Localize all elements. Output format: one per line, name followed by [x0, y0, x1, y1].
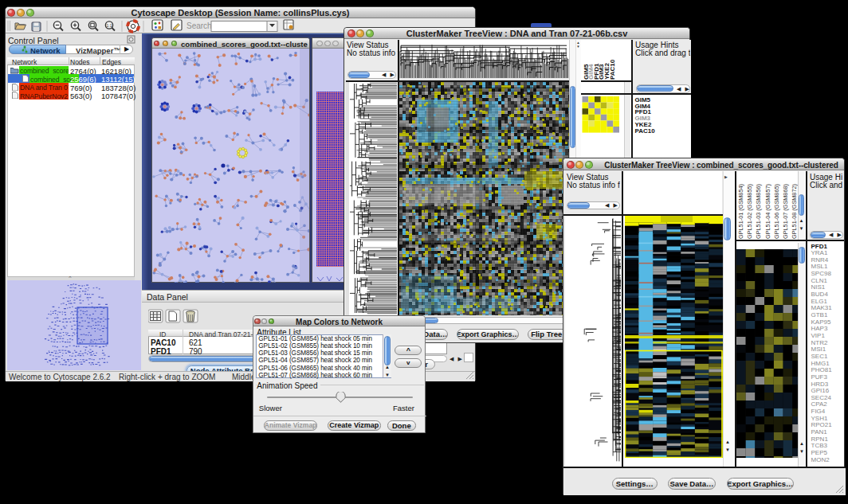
svg-text:GPL51-01 (GSM854): GPL51-01 (GSM854)	[737, 184, 744, 239]
svg-text:GPL51-04 (GSM857): GPL51-04 (GSM857)	[764, 184, 771, 239]
svg-text:Search:: Search:	[186, 21, 214, 30]
svg-text:GPL51-06 (GSM865): GPL51-06 (GSM865)	[773, 184, 780, 239]
svg-text:GPL51-03 (GSM856): GPL51-03 (GSM856)	[755, 184, 762, 239]
svg-text:PAC10: PAC10	[608, 59, 615, 80]
svg-text:GPL51-07 (GSM868): GPL51-07 (GSM868)	[782, 184, 789, 239]
svg-text:GPL51-02 (GSM855): GPL51-02 (GSM855)	[746, 184, 753, 239]
svg-text:1:1: 1:1	[107, 23, 112, 28]
